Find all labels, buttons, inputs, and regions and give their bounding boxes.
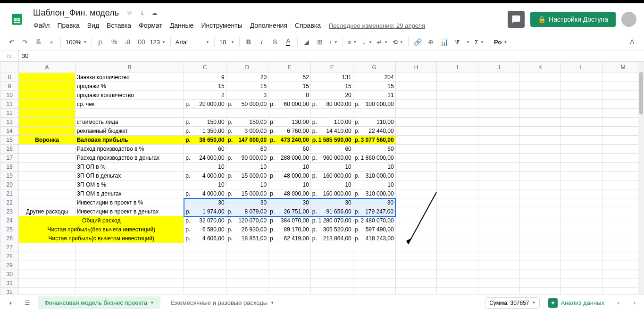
cell-F8[interactable]: 131 [310, 73, 353, 82]
cell-D10[interactable]: 3 [226, 91, 268, 100]
cell-H9[interactable] [395, 82, 437, 91]
cell-H17[interactable] [395, 154, 437, 163]
cell-M8[interactable] [602, 73, 644, 82]
column-header-C[interactable]: C [184, 62, 226, 73]
cell-E28[interactable] [268, 252, 311, 261]
print-button[interactable]: 🖶 [32, 36, 44, 48]
cell-L22[interactable] [561, 198, 602, 207]
last-modified-link[interactable]: Последнее изменение: 29 апреля [329, 22, 425, 29]
strikethrough-button[interactable]: S [269, 36, 281, 48]
cell-D17[interactable]: р.90 000,00 [226, 154, 268, 163]
cell-D11[interactable]: р.50 000,00 [226, 100, 268, 109]
cell-I10[interactable] [437, 91, 478, 100]
row-header-30[interactable]: 30 [0, 270, 19, 279]
cell-I18[interactable] [437, 163, 478, 172]
cell-C14[interactable]: р.1 350,00 [184, 127, 226, 136]
cell-D32[interactable] [226, 288, 268, 295]
cell-F21[interactable]: р.160 000,00 [310, 189, 353, 198]
cell-C23[interactable]: р.1 974,00 [184, 207, 226, 216]
cell-L15[interactable] [561, 136, 602, 145]
cell-M27[interactable] [602, 243, 644, 252]
cell-A18[interactable] [19, 163, 75, 172]
cell-J14[interactable] [478, 127, 520, 136]
cell-F23[interactable]: р.91 656,00 [310, 207, 353, 216]
cell-F28[interactable] [310, 252, 353, 261]
cell-H25[interactable] [395, 225, 437, 234]
cell-J18[interactable] [478, 163, 520, 172]
star-icon[interactable]: ☆ [125, 9, 134, 17]
cell-M23[interactable] [602, 207, 644, 216]
cell-F31[interactable] [310, 279, 353, 288]
cell-J20[interactable] [478, 180, 520, 189]
cell-H20[interactable] [395, 180, 437, 189]
move-icon[interactable]: ⤹ [138, 9, 146, 17]
cell-I17[interactable] [437, 154, 478, 163]
cell-H8[interactable] [395, 73, 437, 82]
cell-A32[interactable] [19, 288, 75, 295]
cell-L30[interactable] [561, 270, 602, 279]
cell-D14[interactable]: р.3 000,00 [226, 127, 268, 136]
cell-I20[interactable] [437, 180, 478, 189]
cell-A17[interactable] [19, 154, 75, 163]
cell-B15[interactable]: Валовая прибыль [75, 136, 184, 145]
cell-E18[interactable]: 10 [268, 163, 311, 172]
menu-справка[interactable]: Справка [292, 20, 324, 31]
cell-H12[interactable] [395, 109, 437, 118]
cell-D25[interactable]: р.26 930,00 [226, 225, 268, 234]
cell-F25[interactable]: р.305 520,00 [310, 225, 353, 234]
comment-history-button[interactable] [508, 11, 525, 28]
cell-B27[interactable] [75, 243, 184, 252]
cell-B9[interactable]: продажи % [75, 82, 184, 91]
cell-J12[interactable] [478, 109, 520, 118]
menu-вид[interactable]: Вид [84, 20, 102, 31]
cell-D16[interactable]: 60 [226, 145, 268, 154]
cell-F16[interactable]: 60 [310, 145, 353, 154]
cell-H30[interactable] [395, 270, 437, 279]
cell-K16[interactable] [519, 145, 561, 154]
cell-E17[interactable]: р.288 000,00 [268, 154, 311, 163]
cell-G25[interactable]: р.597 490,00 [353, 225, 395, 234]
cell-H18[interactable] [395, 163, 437, 172]
cell-C12[interactable] [184, 109, 226, 118]
redo-button[interactable]: ↷ [19, 36, 31, 48]
cell-H32[interactable] [395, 288, 437, 295]
row-header-14[interactable]: 14 [0, 127, 19, 136]
cell-C22[interactable]: 30 [184, 198, 226, 207]
cell-B16[interactable]: Расход производство в % [75, 145, 184, 154]
menu-правка[interactable]: Правка [54, 20, 83, 31]
cell-D28[interactable] [226, 252, 268, 261]
cell-G10[interactable]: 31 [353, 91, 395, 100]
cell-G27[interactable] [353, 243, 395, 252]
menu-дополнения[interactable]: Дополнения [247, 20, 291, 31]
input-tools-button[interactable]: Pо▼ [492, 38, 510, 47]
cell-H28[interactable] [395, 252, 437, 261]
cell-M29[interactable] [602, 261, 644, 270]
cell-M31[interactable] [602, 279, 644, 288]
cell-A8[interactable] [19, 73, 75, 82]
cell-D29[interactable] [226, 261, 268, 270]
cell-G21[interactable]: р.310 000,00 [353, 189, 395, 198]
filter-button[interactable]: ⧩ [451, 36, 463, 48]
cell-H13[interactable] [395, 118, 437, 127]
sheet-tab-other[interactable]: Ежемесячные и разовые расходы ▼ [164, 296, 281, 309]
cell-G14[interactable]: р.22 440,00 [353, 127, 395, 136]
sheets-logo[interactable] [8, 10, 26, 29]
analyze-data-button[interactable]: ✦ Анализ данных [544, 296, 608, 310]
menu-формат[interactable]: Формат [135, 20, 166, 31]
cell-B13[interactable]: стоимость лида [75, 118, 184, 127]
cell-I14[interactable] [437, 127, 478, 136]
cell-L8[interactable] [561, 73, 602, 82]
cell-M12[interactable] [602, 109, 644, 118]
fill-color-button[interactable]: ◢ [301, 36, 313, 48]
cell-H21[interactable] [395, 189, 437, 198]
cell-M32[interactable] [602, 288, 644, 295]
cell-M16[interactable] [602, 145, 644, 154]
cell-A12[interactable] [19, 109, 75, 118]
cell-A10[interactable] [19, 91, 75, 100]
cell-D13[interactable]: р.150,00 [226, 118, 268, 127]
cell-G11[interactable]: р.100 000,00 [353, 100, 395, 109]
cell-C21[interactable]: р.4 000,00 [184, 189, 226, 198]
cell-B12[interactable] [75, 109, 184, 118]
spreadsheet-grid[interactable]: ABCDEFGHIJKLM8Заявки колличество92052131… [0, 62, 644, 294]
cell-E16[interactable]: 60 [268, 145, 311, 154]
